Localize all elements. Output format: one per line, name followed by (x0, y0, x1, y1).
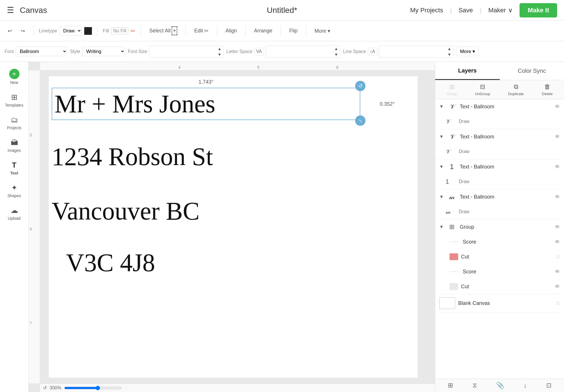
tool-duplicate[interactable]: ⧉ Duplicate (508, 83, 524, 96)
group-layer-label: Group (460, 224, 552, 230)
panel-bottom-btn5[interactable]: ⊡ (546, 382, 551, 389)
layer-subitem-3[interactable]: 1 Draw (435, 174, 564, 189)
blank-canvas-visibility[interactable]: 👁̶ (556, 300, 560, 306)
select-all-icon: + (172, 26, 177, 35)
group-visibility-icon[interactable]: 👁 (555, 224, 560, 230)
edit-button[interactable]: Edit ✂ (191, 26, 212, 36)
tab-color-sync[interactable]: Color Sync (500, 62, 564, 80)
font-select[interactable]: Ballroom (15, 47, 67, 56)
style-select[interactable]: Writing (82, 47, 125, 56)
flip-button[interactable]: Flip (286, 26, 301, 36)
layer-subitem-2[interactable]: 𝒱 Draw (435, 144, 564, 159)
sep4 (186, 26, 186, 36)
line-space-icon: ↕A (368, 48, 377, 55)
tool-group[interactable]: ⊞ Group (447, 83, 457, 96)
dimension-label-1: 1.743° (199, 79, 213, 85)
panel-bottom-btn3[interactable]: 📎 (496, 382, 504, 389)
canvas-text-1[interactable]: Mr + Mrs Jones (52, 88, 360, 120)
canvas-text-3[interactable]: Vancouver BC (52, 197, 200, 226)
layer-item-2[interactable]: ▼ 𝒱 Text - Ballroom 👁 (435, 129, 564, 144)
hamburger-icon[interactable]: ☰ (7, 5, 14, 15)
letter-space-input[interactable]: -0.3 (266, 47, 332, 56)
resize-handle[interactable]: ⤡ (355, 115, 365, 126)
shapes-icon: ✦ (11, 183, 17, 192)
font-more-button[interactable]: More ▾ (456, 47, 479, 56)
tool-ungroup[interactable]: ⊟ UnGroup (475, 83, 490, 96)
layer-item-1[interactable]: ▼ 𝒱 Text - Ballroom 👁 (435, 99, 564, 114)
expand-icon-4[interactable]: ▼ (439, 194, 444, 199)
layer-item-3[interactable]: ▼ 1 Text - Ballroom 👁 (435, 159, 564, 174)
sidebar-item-projects[interactable]: 🗂 Projects (0, 111, 28, 134)
score-item-1[interactable]: ····· Score 👁 (435, 234, 564, 249)
layer-subitem-4[interactable]: 𝓂 Draw (435, 204, 564, 219)
scissors-icon: ✂ (204, 28, 209, 34)
layer-item-4[interactable]: ▼ 𝓂 Text - Ballroom 👁 (435, 189, 564, 204)
layer-label-4: Text - Ballroom (460, 194, 552, 200)
canvas-text-4[interactable]: V3C 4J8 (66, 248, 155, 277)
sidebar-item-text[interactable]: T Text (0, 157, 28, 179)
left-sidebar: + New ⊞ Templates 🗂 Projects 🏔 Images T … (0, 62, 29, 392)
cut-item-1[interactable]: Cut 👁̶ (435, 249, 564, 264)
visibility-icon-4[interactable]: 👁 (555, 194, 560, 200)
fill-color-box[interactable] (84, 27, 92, 35)
cut-visibility-2[interactable]: 👁 (555, 284, 560, 290)
tab-layers[interactable]: Layers (435, 62, 500, 80)
zoom-out-button[interactable]: ↺ (43, 385, 47, 391)
line-space-spinners: ▲ ▼ (446, 46, 453, 57)
text-element-1[interactable]: 1.743° ↺ Mr + Mrs Jones ⤡ 0.352° (52, 88, 360, 120)
expand-icon-3[interactable]: ▼ (439, 164, 444, 169)
sidebar-item-shapes[interactable]: ✦ Shapes (0, 179, 28, 202)
linetype-select[interactable]: Draw (59, 26, 82, 36)
layers-bottom-icon[interactable]: ⊞ (448, 382, 453, 389)
sidebar-item-images[interactable]: 🏔 Images (0, 134, 28, 157)
sidebar-item-upload[interactable]: ☁ Upload (0, 202, 28, 225)
delete-icon: 🗑 (544, 83, 551, 91)
letter-space-up[interactable]: ▲ (332, 46, 340, 52)
canvas-area[interactable]: 4 5 6 5 6 7 1.743° ↺ (29, 62, 435, 392)
visibility-icon-2[interactable]: 👁 (555, 134, 560, 140)
sidebar-item-templates[interactable]: ⊞ Templates (0, 89, 28, 111)
tool-delete[interactable]: 🗑 Delete (542, 83, 553, 96)
align-button[interactable]: Align (222, 26, 240, 36)
style-label: Style (70, 49, 80, 54)
panel-bottom-btn4[interactable]: ↓ (524, 382, 527, 389)
cut-visibility-1[interactable]: 👁̶ (556, 254, 560, 260)
select-all-button[interactable]: Select All + (146, 24, 180, 37)
score-visibility-1[interactable]: 👁 (555, 239, 560, 245)
score-visibility-2[interactable]: 👁 (555, 269, 560, 275)
redo-button[interactable]: ↪ (17, 26, 28, 36)
pencil-icon[interactable]: ✏ (131, 28, 135, 34)
zoom-slider[interactable] (64, 386, 122, 390)
images-icon: 🏔 (11, 138, 18, 147)
expand-icon-2[interactable]: ▼ (439, 134, 444, 139)
rotate-handle[interactable]: ↺ (355, 81, 365, 91)
visibility-icon-1[interactable]: 👁 (555, 104, 560, 110)
layer-item-group[interactable]: ▼ ⊞ Group 👁 (435, 219, 564, 234)
doc-title[interactable]: Untitled* (267, 6, 297, 15)
maker-dropdown[interactable]: Maker ∨ (488, 7, 513, 14)
layer-subitem-1[interactable]: 𝒱 Draw (435, 114, 564, 129)
score-item-2[interactable]: ····· Score 👁 (435, 264, 564, 279)
sidebar-item-new[interactable]: + New (0, 65, 28, 89)
cut-item-2[interactable]: Cut 👁 (435, 279, 564, 294)
panel-bottom-btn2[interactable]: ⧖ (472, 382, 477, 389)
font-size-input[interactable]: 21.68 (149, 47, 216, 56)
letter-space-down[interactable]: ▼ (332, 52, 340, 57)
make-it-button[interactable]: Make It (520, 3, 557, 17)
canvas-text-2[interactable]: 1234 Robson St (52, 142, 213, 171)
visibility-icon-3[interactable]: 👁 (555, 164, 560, 170)
save-button[interactable]: Save (458, 7, 473, 14)
blank-canvas-item[interactable]: Blank Canvas 👁̶ (435, 294, 564, 312)
my-projects-button[interactable]: My Projects (410, 7, 443, 14)
size-down-button[interactable]: ▼ (216, 52, 223, 57)
line-space-up[interactable]: ▲ (446, 46, 453, 52)
expand-icon-5[interactable]: ▼ (439, 224, 444, 230)
sep8 (306, 26, 306, 36)
line-space-input[interactable]: 1.2 (379, 47, 446, 56)
undo-button[interactable]: ↩ (5, 26, 15, 36)
size-up-button[interactable]: ▲ (216, 46, 223, 52)
expand-icon-1[interactable]: ▼ (439, 104, 444, 109)
line-space-down[interactable]: ▼ (446, 52, 453, 57)
more-button[interactable]: More ▾ (311, 26, 333, 36)
arrange-button[interactable]: Arrange (251, 26, 275, 36)
